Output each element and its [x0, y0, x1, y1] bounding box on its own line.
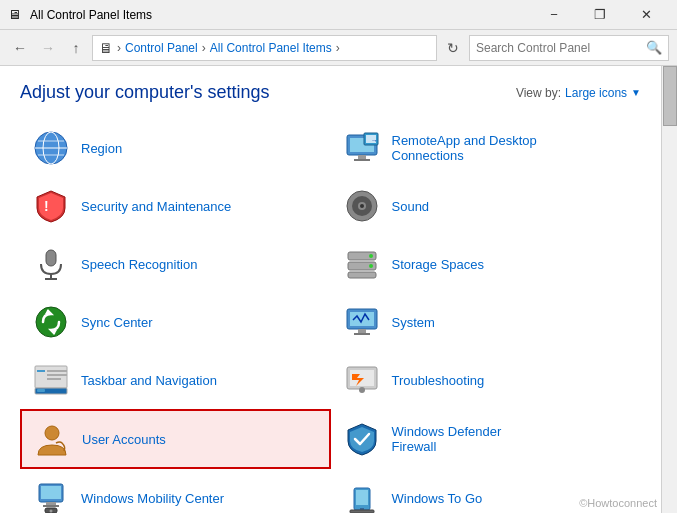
refresh-button[interactable]: ↻ — [441, 36, 465, 60]
sync-label: Sync Center — [81, 315, 153, 330]
search-box: 🔍 — [469, 35, 669, 61]
taskbar-label: Taskbar and Navigation — [81, 373, 217, 388]
defender-label: Windows Defender Firewall — [392, 424, 502, 454]
content-area: Adjust your computer's settings View by:… — [0, 66, 677, 513]
search-input[interactable] — [476, 41, 646, 55]
sound-icon — [342, 186, 382, 226]
region-label: Region — [81, 141, 122, 156]
svg-rect-17 — [46, 250, 56, 266]
up-button[interactable]: ↑ — [64, 36, 88, 60]
items-grid: Region → RemoteApp and Desktop Connectio… — [20, 119, 641, 513]
item-sound[interactable]: Sound — [331, 177, 642, 235]
speech-icon — [31, 244, 71, 284]
svg-rect-32 — [35, 366, 67, 388]
svg-point-23 — [369, 254, 373, 258]
item-security[interactable]: ! Security and Maintenance — [20, 177, 331, 235]
svg-rect-34 — [37, 389, 45, 392]
svg-rect-36 — [37, 370, 45, 372]
svg-rect-7 — [358, 155, 366, 159]
storage-icon — [342, 244, 382, 284]
sync-icon — [31, 302, 71, 342]
svg-text:→: → — [371, 137, 378, 144]
svg-point-16 — [360, 204, 364, 208]
system-icon — [342, 302, 382, 342]
taskbar-icon — [31, 360, 71, 400]
page-title: Adjust your computer's settings — [20, 82, 270, 103]
svg-point-25 — [36, 307, 66, 337]
breadcrumb: 🖥 › Control Panel › All Control Panel It… — [92, 35, 437, 61]
window-controls: − ❐ ✕ — [531, 0, 669, 30]
item-region[interactable]: Region — [20, 119, 331, 177]
view-by-control[interactable]: View by: Large icons ▼ — [516, 86, 641, 100]
windowstogo-label: Windows To Go — [392, 491, 483, 506]
item-speech[interactable]: Speech Recognition — [20, 235, 331, 293]
svg-rect-38 — [47, 378, 61, 380]
item-troubleshooting[interactable]: Troubleshooting — [331, 351, 642, 409]
item-storage[interactable]: Storage Spaces — [331, 235, 642, 293]
svg-rect-50 — [356, 490, 368, 505]
minimize-button[interactable]: − — [531, 0, 577, 30]
item-taskbar[interactable]: Taskbar and Navigation — [20, 351, 331, 409]
view-by-label: View by: — [516, 86, 561, 100]
svg-rect-22 — [348, 272, 376, 278]
security-icon: ! — [31, 186, 71, 226]
svg-point-41 — [359, 387, 365, 393]
troubleshooting-icon — [342, 360, 382, 400]
useraccounts-label: User Accounts — [82, 432, 166, 447]
item-useraccounts[interactable]: User Accounts — [20, 409, 331, 469]
speech-label: Speech Recognition — [81, 257, 197, 272]
remoteapp-label: RemoteApp and Desktop Connections — [392, 133, 537, 163]
svg-point-42 — [45, 426, 59, 440]
address-bar: ← → ↑ 🖥 › Control Panel › All Control Pa… — [0, 30, 677, 66]
svg-rect-46 — [43, 505, 59, 507]
search-icon: 🔍 — [646, 40, 662, 55]
sound-label: Sound — [392, 199, 430, 214]
defender-icon — [342, 419, 382, 459]
watermark: ©Howtoconnect — [579, 497, 657, 509]
title-bar: 🖥 All Control Panel Items − ❐ ✕ — [0, 0, 677, 30]
svg-rect-30 — [358, 329, 366, 333]
troubleshooting-label: Troubleshooting — [392, 373, 485, 388]
scrollbar-track[interactable] — [661, 66, 677, 513]
forward-button[interactable]: → — [36, 36, 60, 60]
svg-rect-31 — [354, 333, 370, 335]
region-icon — [31, 128, 71, 168]
storage-label: Storage Spaces — [392, 257, 485, 272]
svg-rect-44 — [41, 486, 61, 499]
svg-rect-35 — [47, 370, 67, 372]
item-mobility[interactable]: Windows Mobility Center — [20, 469, 331, 513]
back-button[interactable]: ← — [8, 36, 32, 60]
remoteapp-icon: → — [342, 128, 382, 168]
item-remoteapp[interactable]: → RemoteApp and Desktop Connections — [331, 119, 642, 177]
windowstogo-icon — [342, 478, 382, 513]
svg-rect-45 — [46, 502, 56, 505]
svg-text:!: ! — [44, 198, 49, 214]
useraccounts-icon — [32, 419, 72, 459]
scrollbar-thumb[interactable] — [663, 66, 677, 126]
app-icon: 🖥 — [8, 7, 24, 23]
view-by-value[interactable]: Large icons — [565, 86, 627, 100]
item-sync[interactable]: Sync Center — [20, 293, 331, 351]
mobility-label: Windows Mobility Center — [81, 491, 224, 506]
breadcrumb-all-items[interactable]: All Control Panel Items — [210, 41, 332, 55]
svg-rect-8 — [354, 159, 370, 161]
chevron-down-icon: ▼ — [631, 87, 641, 98]
main-area: Adjust your computer's settings View by:… — [0, 66, 661, 513]
window-title: All Control Panel Items — [30, 8, 531, 22]
system-label: System — [392, 315, 435, 330]
security-label: Security and Maintenance — [81, 199, 231, 214]
item-system[interactable]: System — [331, 293, 642, 351]
svg-point-24 — [369, 264, 373, 268]
svg-rect-37 — [47, 374, 67, 376]
breadcrumb-icon: 🖥 — [99, 40, 113, 56]
breadcrumb-control-panel[interactable]: Control Panel — [125, 41, 198, 55]
restore-button[interactable]: ❐ — [577, 0, 623, 30]
item-defender[interactable]: Windows Defender Firewall — [331, 409, 642, 469]
svg-point-48 — [50, 510, 53, 513]
mobility-icon — [31, 478, 71, 513]
close-button[interactable]: ✕ — [623, 0, 669, 30]
page-header: Adjust your computer's settings View by:… — [20, 82, 641, 103]
